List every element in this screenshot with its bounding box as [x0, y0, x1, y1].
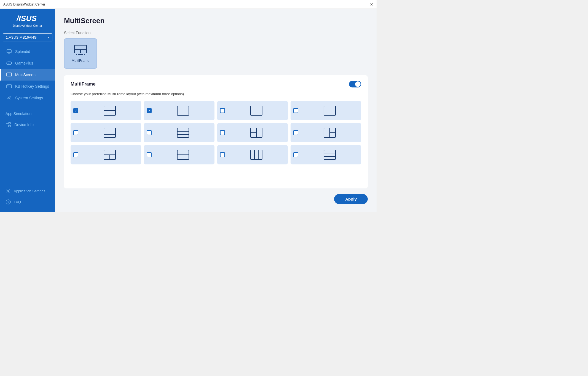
tools-icon	[6, 95, 12, 101]
gameplus-label: GamePlus	[15, 61, 33, 65]
sidebar-item-multiscreen[interactable]: MultiScreen	[0, 69, 55, 81]
sidebar-item-kb-hotkey[interactable]: KB HotKey Settings	[0, 81, 55, 92]
layout-checkbox-8[interactable]	[73, 152, 78, 157]
multiframe-card-icon	[74, 45, 87, 56]
monitor-icon	[6, 49, 12, 54]
layout-grid	[71, 101, 361, 164]
svg-rect-13	[9, 86, 9, 86]
svg-point-21	[8, 190, 9, 192]
sidebar-item-system-settings[interactable]: System Settings	[0, 92, 55, 104]
svg-rect-19	[9, 122, 10, 124]
multiscreen-icon	[6, 72, 12, 78]
function-card-multiframe[interactable]: MultiFrame	[64, 38, 97, 69]
svg-rect-36	[324, 106, 335, 115]
panel-description: Choose your preferred MultiFrame layout …	[71, 92, 361, 96]
layout-checkbox-9[interactable]	[147, 152, 152, 157]
logo-subtitle: DisplayWidget Center	[4, 24, 51, 27]
sidebar-item-gameplus[interactable]: GamePlus	[0, 57, 55, 69]
multiscreen-label: MultiScreen	[15, 73, 36, 77]
monitor-label: 1.ASUS MB16AHG	[6, 35, 37, 39]
question-icon: ?	[6, 199, 11, 205]
layout-icon-4	[81, 128, 138, 138]
splendid-label: Splendid	[15, 49, 30, 54]
panel-title: MultiFrame	[71, 81, 96, 87]
function-card-label: MultiFrame	[71, 58, 89, 63]
layout-icon-2	[228, 106, 285, 116]
svg-text:?: ?	[7, 200, 9, 204]
layout-cell-9[interactable]	[144, 145, 214, 164]
layout-checkbox-1[interactable]	[147, 108, 152, 113]
svg-rect-1	[7, 50, 11, 53]
svg-text:/ISUS: /ISUS	[17, 14, 37, 23]
app-title: ASUS DisplayWidget Center	[3, 2, 45, 6]
layout-cell-3[interactable]	[291, 101, 361, 120]
faq-label: FAQ	[14, 200, 21, 204]
layout-cell-1[interactable]	[144, 101, 214, 120]
layout-checkbox-10[interactable]	[220, 152, 225, 157]
layout-cell-5[interactable]	[144, 123, 214, 142]
layout-checkbox-0[interactable]	[73, 108, 78, 113]
main-content: MultiScreen Select Function MultiFrame	[55, 9, 377, 212]
svg-rect-15	[8, 87, 10, 87]
layout-icon-3	[301, 106, 358, 116]
chevron-down-icon: ▾	[48, 36, 49, 39]
gear-icon	[6, 188, 11, 194]
gamepad-icon	[6, 60, 12, 66]
layout-checkbox-3[interactable]	[293, 108, 298, 113]
svg-rect-20	[9, 125, 10, 127]
layout-checkbox-4[interactable]	[73, 130, 78, 135]
multiframe-toggle[interactable]	[349, 81, 361, 87]
device-info-label: Device Info	[14, 122, 34, 127]
asus-logo-icon: /ISUS	[17, 14, 39, 23]
sidebar-item-app-settings[interactable]: Application Settings	[0, 185, 55, 196]
layout-cell-10[interactable]	[217, 145, 288, 164]
monitor-dropdown[interactable]: 1.ASUS MB16AHG ▾	[3, 33, 52, 41]
close-button[interactable]: ✕	[370, 2, 373, 6]
minimize-button[interactable]: —	[362, 2, 366, 6]
layout-checkbox-7[interactable]	[293, 130, 298, 135]
sidebar-item-app-simulation[interactable]: App Simulation	[0, 108, 55, 119]
device-icon	[6, 122, 11, 127]
layout-icon-8	[81, 150, 138, 160]
svg-rect-18	[6, 123, 8, 125]
layout-cell-0[interactable]	[71, 101, 141, 120]
layout-checkbox-11[interactable]	[293, 152, 298, 157]
svg-rect-34	[251, 106, 262, 115]
sidebar-item-splendid[interactable]: Splendid	[0, 46, 55, 57]
window-controls: — ✕	[362, 2, 373, 6]
sidebar-item-device-info[interactable]: Device Info	[0, 119, 55, 130]
layout-checkbox-2[interactable]	[220, 108, 225, 113]
titlebar: ASUS DisplayWidget Center — ✕	[0, 0, 377, 9]
apply-button[interactable]: Apply	[334, 194, 368, 204]
sidebar-bottom: Application Settings ? FAQ	[0, 185, 55, 207]
svg-rect-27	[78, 54, 83, 55]
svg-rect-38	[104, 128, 116, 137]
layout-cell-7[interactable]	[291, 123, 361, 142]
layout-icon-0	[81, 106, 138, 116]
keyboard-icon	[6, 84, 12, 89]
layout-cell-6[interactable]	[217, 123, 288, 142]
layout-cell-8[interactable]	[71, 145, 141, 164]
layout-checkbox-6[interactable]	[220, 130, 225, 135]
page-title: MultiScreen	[64, 17, 368, 25]
logo-area: /ISUS DisplayWidget Center	[0, 9, 55, 30]
layout-icon-11	[301, 150, 358, 160]
sidebar-item-faq[interactable]: ? FAQ	[0, 196, 55, 207]
divider-1	[0, 106, 55, 106]
kb-hotkey-label: KB HotKey Settings	[15, 84, 49, 89]
multiframe-panel: MultiFrame Choose your preferred MultiFr…	[64, 75, 368, 188]
svg-rect-40	[177, 128, 189, 137]
divider-2	[0, 133, 55, 133]
layout-checkbox-5[interactable]	[147, 130, 152, 135]
app-simulation-label: App Simulation	[6, 111, 31, 116]
layout-icon-10	[228, 150, 285, 160]
layout-cell-2[interactable]	[217, 101, 288, 120]
apply-bar: Apply	[64, 194, 368, 204]
sidebar: /ISUS DisplayWidget Center 1.ASUS MB16AH…	[0, 9, 55, 212]
layout-icon-1	[154, 106, 212, 116]
app-body: /ISUS DisplayWidget Center 1.ASUS MB16AH…	[0, 9, 377, 212]
layout-icon-9	[154, 150, 212, 160]
layout-cell-11[interactable]	[291, 145, 361, 164]
system-settings-label: System Settings	[15, 96, 43, 100]
layout-cell-4[interactable]	[71, 123, 141, 142]
